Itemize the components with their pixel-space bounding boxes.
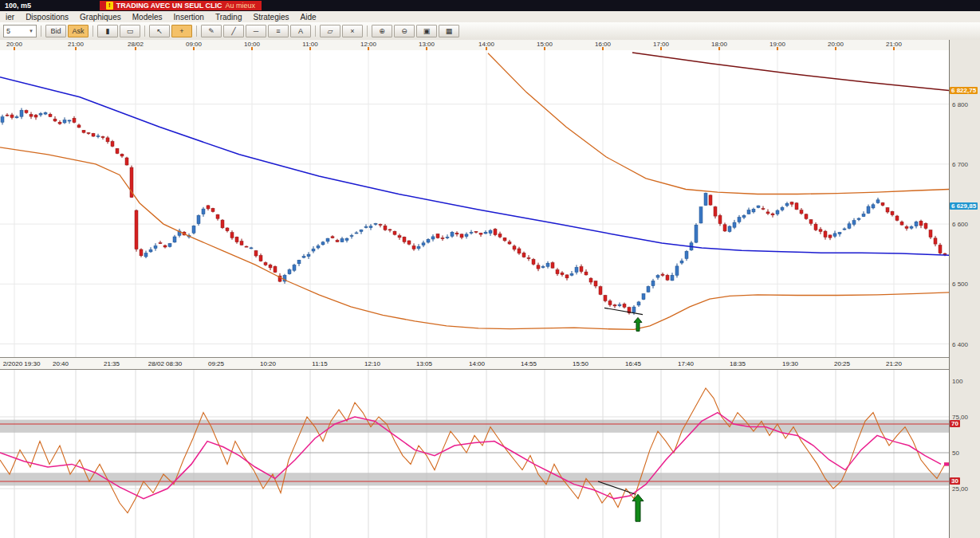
horizontal-line-icon[interactable]: ─ [246,25,266,37]
menu-item-modeles[interactable]: Modeles [127,13,168,22]
chevron-down-icon: ▼ [29,29,33,33]
window-title: 100, m5 [0,2,36,10]
cursor-icon[interactable]: ↖ [149,25,170,37]
candlestick-style-icon[interactable]: ▮ [97,25,118,37]
toolbar-separator [367,26,368,37]
overbought-level-badge: 70 [950,420,960,427]
time-label: 10:20 [260,360,276,367]
toolbar-separator [92,26,93,37]
price-label: 6 800 [952,101,968,108]
menu-item-strategies[interactable]: Strategies [247,13,294,22]
menu-item-ier[interactable]: ier [0,13,20,22]
crosshair-icon[interactable]: + [171,25,192,37]
price-label: 6 600 [952,221,968,228]
time-label: 17:40 [678,360,694,367]
zoom-in-icon[interactable]: ⊕ [372,25,392,37]
menu-bar: ierDispositionsGraphiquesModelesInsertio… [0,11,980,23]
oscillator-scale-label: 100 [952,378,962,385]
price-label: 6 700 [952,161,968,168]
time-label: 15:50 [573,360,588,367]
menu-item-trading[interactable]: Trading [210,13,248,22]
grid-icon[interactable]: ▦ [439,25,459,37]
trading-app-window: 100, m5 ! TRADING AVEC UN SEUL CLIC Au m… [0,0,980,538]
timeframe-select[interactable]: 5 ▼ [3,25,37,37]
toolbar: 5 ▼ Bid Ask ▮▭↖+✎╱─≡A▱×⊕⊖▣▦ [0,22,980,41]
alert-icon: ! [106,2,113,10]
menu-item-aide[interactable]: Aide [295,13,322,22]
zoom-out-icon[interactable]: ⊖ [394,25,415,37]
time-label: 13:05 [416,360,432,367]
time-label: 09:25 [208,360,224,367]
time-label: 20:25 [834,360,850,367]
time-label: 28/02 08:30 [148,360,182,367]
mid-time-axis: 2/2020 19:3020:4021:3528/02 08:3009:2510… [0,357,949,370]
trend-price-badge: 6 822,75 [950,87,978,94]
time-label: 2/2020 19:30 [3,360,41,367]
oscillator-scale-label: 50 [952,450,959,457]
timeframe-value: 5 [6,27,10,35]
price-label: 6 400 [952,341,968,348]
last-price-badge: 6 629,85 [950,202,978,210]
bid-button[interactable]: Bid [45,25,66,37]
ask-button[interactable]: Ask [68,25,89,37]
top-time-axis: 20:0021:0028/0209:0010:0011:0012:0013:00… [0,40,949,51]
alert-banner[interactable]: ! TRADING AVEC UN SEUL CLIC Au mieux [100,1,262,10]
oscillator-panel[interactable] [0,370,949,538]
banner-text: TRADING AVEC UN SEUL CLIC [116,2,222,10]
chart-layout-icon[interactable]: ▭ [120,25,140,37]
right-scale[interactable]: 6 8006 7006 6006 5006 4006 822,756 629,8… [949,40,980,538]
toolbar-separator [41,26,41,37]
screenshot-icon[interactable]: ▣ [416,25,437,37]
menu-item-graphiques[interactable]: Graphiques [74,13,127,22]
eraser-icon[interactable]: ▱ [320,25,340,37]
banner-suffix: Au mieux [226,2,256,10]
menu-item-dispositions[interactable]: Dispositions [20,13,74,22]
trendline-icon[interactable]: ╱ [223,25,244,37]
delete-drawing-icon[interactable]: × [342,25,363,37]
title-bar: 100, m5 ! TRADING AVEC UN SEUL CLIC Au m… [0,0,980,11]
time-label: 14:00 [469,360,485,367]
time-label: 20:40 [53,360,69,367]
time-label: 12:10 [364,360,380,367]
time-label: 16:45 [625,360,641,367]
time-label: 21:35 [104,360,120,367]
toolbar-separator [315,26,316,37]
text-tool-icon[interactable]: A [290,25,311,37]
time-label: 11:15 [312,360,327,367]
main-chart[interactable] [0,50,949,357]
pencil-icon[interactable]: ✎ [201,25,222,37]
menu-item-insertion[interactable]: Insertion [168,13,210,22]
time-label: 18:35 [730,360,746,367]
toolbar-separator [144,26,145,37]
toolbar-icons: ▮▭↖+✎╱─≡A▱×⊕⊖▣▦ [97,25,459,37]
time-label: 14:55 [521,360,537,367]
fibonacci-icon[interactable]: ≡ [268,25,289,37]
time-label: 21:20 [886,360,902,367]
price-label: 6 500 [952,281,968,288]
toolbar-separator [196,26,197,37]
time-label: 19:30 [782,360,798,367]
oversold-level-badge: 30 [950,477,960,485]
oscillator-scale-label: 25,00 [952,485,968,493]
